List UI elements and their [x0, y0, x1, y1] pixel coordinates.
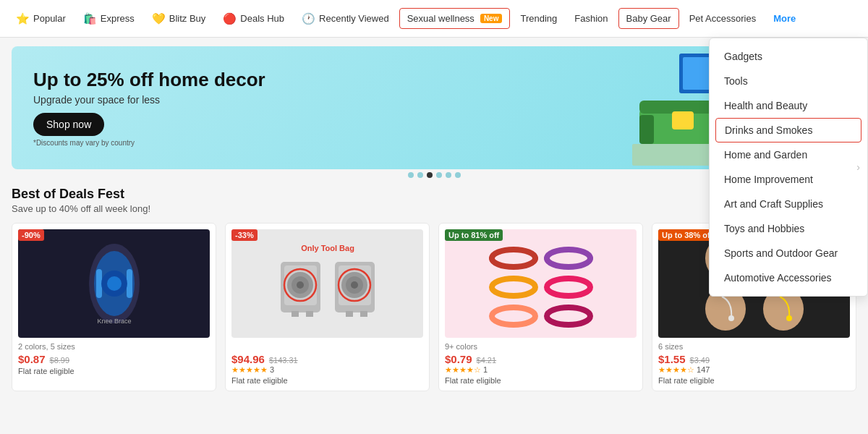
dot-2[interactable] [417, 172, 423, 178]
dropdown-tools[interactable]: Tools [710, 69, 867, 93]
svg-rect-36 [306, 311, 313, 317]
dropdown-automotive[interactable]: Automotive Accessories [710, 265, 867, 290]
svg-point-42 [351, 281, 358, 289]
svg-text:Only Tool Bag: Only Tool Bag [301, 244, 354, 252]
nav-wellness-label: Sexual wellness [407, 13, 475, 24]
nav-express-label: Express [101, 13, 135, 24]
nav-baby-gear[interactable]: Baby Gear [618, 8, 679, 29]
product-img-2 [445, 229, 637, 338]
nav-popular[interactable]: ⭐ Popular [9, 8, 73, 30]
product-main-price-1: $94.96 [231, 353, 265, 365]
dropdown-home-improvement[interactable]: Home Improvement [710, 167, 867, 192]
product-orig-price-0: $8.99 [50, 356, 70, 365]
nav-pet-accessories[interactable]: Pet Accessories [682, 9, 764, 28]
review-count-3: 147 [697, 365, 710, 374]
product-orig-price-2: $4.21 [477, 356, 497, 365]
product-stars-1: ★★★★★ 3 [231, 365, 423, 375]
dot-5[interactable] [446, 172, 451, 178]
nav-recently-viewed[interactable]: 🕐 Recently Viewed [294, 8, 396, 30]
dropdown-gadgets[interactable]: Gadgets [710, 44, 867, 69]
banner-subtext: Upgrade your space for less [33, 94, 265, 106]
banner-headline: Up to 25% off home decor [33, 69, 265, 91]
svg-text:Knee Brace: Knee Brace [97, 318, 131, 325]
product-shipping-2: Flat rate eligible [445, 376, 637, 385]
product-main-price-2: $0.79 [445, 353, 472, 365]
dropdown-toys-hobbies[interactable]: Toys and Hobbies [710, 216, 867, 241]
nav-blitz-buy[interactable]: 💛 Blitz Buy [145, 8, 213, 30]
nav-more[interactable]: More [766, 9, 803, 28]
nav-more-label: More [773, 13, 796, 24]
svg-rect-44 [360, 311, 367, 317]
dropdown-drinks-smokes[interactable]: Drinks and Smokes [715, 118, 861, 142]
dropdown-sports-outdoor[interactable]: Sports and Outdoor Gear [710, 241, 867, 265]
dot-3[interactable] [427, 172, 433, 178]
new-badge: New [480, 14, 503, 23]
product-shipping-1: Flat rate eligible [231, 376, 423, 385]
review-count-1: 3 [270, 365, 274, 374]
nav-trending[interactable]: Trending [513, 9, 564, 28]
nav-express[interactable]: 🛍️ Express [76, 8, 142, 30]
nav-pet-label: Pet Accessories [689, 13, 757, 24]
nav-deals-hub[interactable]: 🔴 Deals Hub [216, 8, 292, 30]
nav-deals-label: Deals Hub [240, 13, 284, 24]
dot-1[interactable] [408, 172, 414, 178]
dropdown-health-beauty[interactable]: Health and Beauty [710, 93, 867, 118]
nav-blitz-label: Blitz Buy [169, 13, 206, 24]
svg-rect-5 [672, 111, 694, 129]
nav-trending-label: Trending [520, 13, 557, 24]
product-meta-0: 2 colors, 5 sizes [18, 342, 210, 351]
product-stars-3: ★★★★☆ 147 [658, 365, 850, 375]
more-dropdown: Gadgets Tools Health and Beauty Drinks a… [709, 38, 868, 297]
svg-point-64 [728, 315, 734, 321]
popular-icon: ⭐ [16, 12, 30, 25]
svg-point-34 [297, 281, 304, 289]
product-badge-2: Up to 81% off [445, 229, 503, 241]
product-card-1[interactable]: -33% Only Tool Bag [225, 223, 430, 391]
dot-6[interactable] [455, 172, 461, 178]
product-price-3: $1.55 $3.49 [658, 353, 850, 365]
nav-sexual-wellness[interactable]: Sexual wellness New [399, 8, 511, 29]
product-price-0: $0.87 $8.99 [18, 353, 210, 365]
product-card-0[interactable]: -90% Knee Brace 2 colors [12, 223, 216, 391]
product-main-price-3: $1.55 [658, 353, 686, 365]
banner-text: Up to 25% off home decor Upgrade your sp… [33, 69, 265, 147]
svg-point-65 [786, 315, 792, 321]
product-meta-2: 9+ colors [445, 342, 637, 351]
product-price-1: $94.96 $143.31 [231, 353, 423, 365]
svg-point-56 [544, 255, 550, 261]
product-orig-price-1: $143.31 [269, 356, 298, 365]
svg-rect-24 [127, 269, 132, 298]
product-meta-3: 6 sizes [658, 342, 850, 351]
svg-rect-3 [639, 115, 654, 144]
dropdown-home-garden[interactable]: Home and Garden [710, 142, 867, 167]
product-card-2[interactable]: Up to 81% off [438, 223, 643, 391]
nav-baby-label: Baby Gear [626, 13, 671, 24]
dropdown-arrow: › [856, 161, 860, 173]
svg-rect-43 [346, 311, 353, 317]
banner-disclaimer: *Discounts may vary by country [33, 139, 265, 147]
product-price-2: $0.79 $4.21 [445, 353, 637, 365]
product-main-price-0: $0.87 [18, 353, 46, 365]
svg-point-26 [107, 276, 122, 291]
dot-4[interactable] [436, 172, 442, 178]
nav-recently-label: Recently Viewed [319, 13, 389, 24]
knee-image: Knee Brace [18, 229, 210, 338]
nav-fashion-label: Fashion [574, 13, 608, 24]
nav-popular-label: Popular [33, 13, 66, 24]
product-img-1: Only Tool Bag [231, 229, 423, 338]
deals-icon: 🔴 [223, 12, 237, 25]
shop-now-button[interactable]: Shop now [33, 113, 104, 136]
blitz-icon: 💛 [152, 12, 166, 25]
product-orig-price-3: $3.49 [690, 356, 710, 365]
tool-image: Only Tool Bag [231, 229, 423, 338]
dropdown-art-craft[interactable]: Art and Craft Supplies [710, 192, 867, 216]
nav-fashion[interactable]: Fashion [567, 9, 615, 28]
svg-rect-46 [483, 233, 599, 334]
clock-icon: 🕐 [302, 12, 315, 25]
product-badge-1: -33% [231, 229, 258, 241]
svg-point-54 [489, 255, 495, 261]
express-icon: 🛍️ [83, 12, 97, 25]
svg-point-55 [587, 255, 593, 261]
product-shipping-0: Flat rate eligible [18, 367, 210, 375]
product-img-0: Knee Brace [18, 229, 210, 338]
